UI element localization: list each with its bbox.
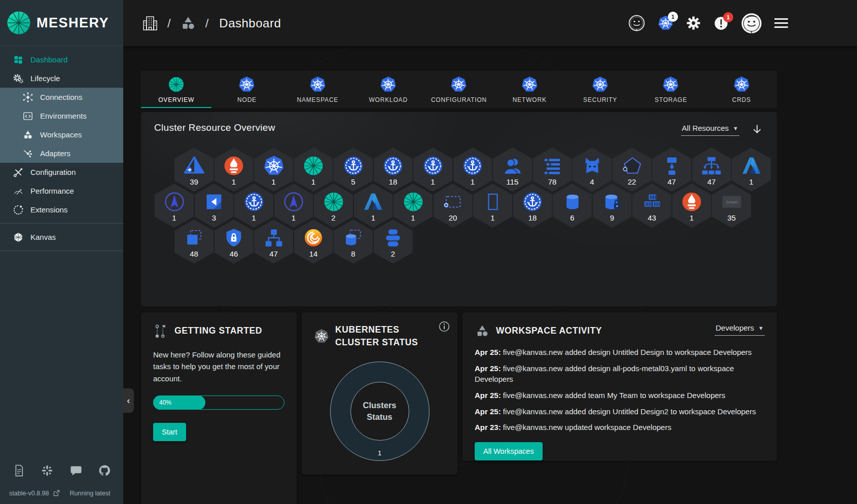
brand-header[interactable]: MESHERY (0, 0, 123, 46)
tab-crds[interactable]: CRDS (706, 71, 777, 108)
sidebar-item-label: Lifecycle (30, 74, 60, 83)
resource-hex-tile[interactable]: 14 (294, 220, 333, 264)
topbar: / / Dashboard 1 1 (123, 0, 857, 47)
workspace-shapes-icon[interactable] (180, 15, 197, 32)
juniper-icon: Juniper (721, 191, 742, 212)
progress-label: 40% (159, 399, 171, 406)
nav-divider (0, 250, 123, 251)
kubernetes-icon (380, 76, 397, 93)
layers-icon (184, 227, 205, 248)
workspace-filter-select[interactable]: Developers ▼ (715, 323, 765, 336)
kubernetes-context-button[interactable]: 1 (658, 15, 673, 31)
sidebar-item-label: Environments (40, 112, 87, 120)
download-icon[interactable] (751, 123, 764, 136)
sidebar-item-workspaces[interactable]: Workspaces (0, 125, 123, 144)
resource-count: 18 (389, 177, 398, 186)
tab-namespace[interactable]: NAMESPACE (282, 71, 353, 108)
nav-divider (0, 223, 123, 224)
resource-hex-tile[interactable]: 46 (215, 220, 254, 264)
workspace-filter-value: Developers (716, 323, 754, 332)
tab-configuration[interactable]: CONFIGURATION (423, 71, 494, 108)
settings-button[interactable] (686, 15, 701, 31)
fanout-icon (701, 155, 722, 176)
resource-hex-tile[interactable]: 2 (374, 220, 413, 264)
panel-title: Cluster Resource Overview (154, 122, 275, 133)
sidebar-item-dashboard[interactable]: Dashboard (0, 50, 123, 69)
start-button[interactable]: Start (153, 423, 186, 441)
resource-hex-tile[interactable]: 48 (174, 220, 213, 264)
docs-icon[interactable] (12, 464, 25, 477)
resource-filter-select[interactable]: All Resources ▼ (681, 124, 739, 136)
deployment-icon (661, 155, 683, 176)
avatar (741, 13, 762, 34)
sidebar-item-extensions[interactable]: Extensions (0, 200, 123, 219)
daemonset-icon (582, 155, 603, 176)
tab-network[interactable]: NETWORK (494, 71, 565, 108)
tab-label: NETWORK (513, 96, 547, 103)
cylinders-icon (343, 227, 364, 248)
dashboard-content: OVERVIEW NODE NAMESPACE WORKLOAD CONFIGU… (141, 71, 777, 504)
resource-count: 78 (548, 177, 557, 186)
sidebar-item-lifecycle[interactable]: Lifecycle (0, 69, 123, 88)
tab-security[interactable]: SECURITY (565, 71, 635, 108)
notification-count-badge: 1 (723, 12, 733, 22)
tab-workload[interactable]: WORKLOAD (353, 71, 423, 108)
kubernetes-icon (521, 76, 538, 93)
sidebar-item-configuration[interactable]: Configuration (0, 163, 123, 182)
sidebar-item-connections[interactable]: Connections (0, 88, 123, 106)
activity-item: Apr 25: five@kanvas.new added design Unt… (475, 347, 765, 357)
hex-row: 39 1 1 1 5 18 1 1 115 78 (174, 148, 764, 192)
resource-count: 1 (271, 177, 275, 186)
resource-hex-tile[interactable]: 8 (334, 220, 373, 264)
tab-overview[interactable]: OVERVIEW (141, 71, 211, 108)
dashboard-grid-icon (13, 54, 24, 65)
tab-storage[interactable]: STORAGE (635, 71, 706, 108)
kubernetes-icon (450, 76, 467, 93)
tab-label: CRDS (732, 96, 751, 103)
info-icon[interactable] (438, 320, 450, 333)
organization-icon[interactable] (141, 15, 159, 32)
resource-count: 47 (269, 249, 278, 258)
page-title: Dashboard (219, 16, 281, 30)
external-link-icon[interactable] (53, 489, 60, 497)
tab-label: OVERVIEW (158, 96, 194, 103)
clusters-status-donut[interactable]: Clusters Status 1 (330, 362, 430, 461)
resource-count: 115 (507, 177, 519, 186)
certmanager-icon (243, 191, 265, 212)
resource-count: 1 (311, 177, 315, 186)
resource-count: 46 (230, 249, 238, 258)
all-workspaces-button[interactable]: All Workspaces (475, 442, 543, 460)
grafana-icon (303, 227, 324, 248)
tab-label: NAMESPACE (297, 96, 338, 103)
certmanager-icon (382, 155, 404, 176)
donut-center-label: Clusters Status (351, 400, 409, 422)
guided-tour-icon (153, 323, 168, 339)
resource-hex-tile[interactable]: 47 (254, 220, 293, 264)
version-label[interactable]: stable-v0.8.98 (9, 490, 49, 497)
sidebar-item-label: Configuration (30, 168, 76, 176)
sidebar-item-performance[interactable]: Performance (0, 182, 123, 200)
resource-count: 1 (749, 177, 753, 186)
chat-icon[interactable] (69, 464, 83, 477)
notifications-button[interactable]: 1 (713, 16, 729, 31)
sidebar-item-label: Dashboard (30, 55, 67, 64)
meshery-cloud-button[interactable] (628, 14, 646, 32)
connections-icon (22, 92, 33, 103)
sidebar-collapse-handle[interactable]: ‹ (123, 388, 134, 413)
slack-icon[interactable] (41, 464, 54, 477)
menu-button[interactable] (774, 18, 788, 28)
azure-icon (363, 191, 384, 212)
github-icon[interactable] (98, 464, 111, 477)
sidebar-item-environments[interactable]: Environments (0, 106, 123, 125)
tab-node[interactable]: NODE (211, 71, 282, 108)
sidebar-item-kanvas[interactable]: Kanvas (0, 228, 123, 246)
kubernetes-icon (309, 76, 326, 93)
resource-count: 1 (690, 213, 694, 222)
tab-label: SECURITY (583, 96, 617, 103)
user-avatar-button[interactable] (741, 13, 762, 34)
sidebar-item-adapters[interactable]: Adapters (0, 144, 123, 163)
workspace-shapes-icon (475, 323, 490, 339)
version-status: Running latest (70, 490, 111, 497)
workspace-activity-card: WORKSPACE ACTIVITY Developers ▼ Apr 25: … (462, 312, 777, 461)
sidebar-footer: stable-v0.8.98 Running latest (0, 464, 123, 504)
